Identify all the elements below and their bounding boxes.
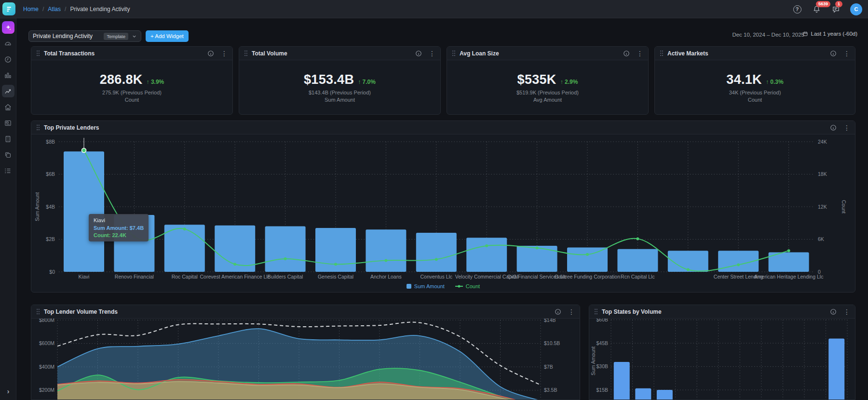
kebab-menu-icon[interactable]: ⋮ xyxy=(843,50,850,57)
sidebar-item-cards[interactable] xyxy=(2,117,14,129)
svg-text:Roc Capital: Roc Capital xyxy=(172,274,198,280)
svg-text:Anchor Loans: Anchor Loans xyxy=(370,274,402,280)
period-selector[interactable]: Last 1 years (-60d) xyxy=(802,31,857,37)
sidebar-item-bar-charts[interactable] xyxy=(2,69,14,81)
chart-legend: Sum Amount Count xyxy=(31,283,855,289)
lenders-chart[interactable]: $00$2B6K$4B12K$6B18K$8B24KKiaviRenovo Fi… xyxy=(31,134,855,281)
notifications-button[interactable]: 5639 xyxy=(812,4,821,14)
sidebar-item-ai-assistant[interactable] xyxy=(2,21,14,34)
gauge-icon xyxy=(4,40,12,48)
building-icon xyxy=(4,135,12,143)
notifications-badge: 5639 xyxy=(816,1,830,7)
drag-handle-icon[interactable] xyxy=(36,308,40,315)
kpi-card-active-markets: Active Markets ⋮ 34.1K ↑ 0.3% 34K (Previ… xyxy=(654,46,855,115)
svg-text:Rcn Capital Llc: Rcn Capital Llc xyxy=(621,274,655,280)
svg-text:18K: 18K xyxy=(818,171,827,177)
sidebar-item-trends-active[interactable] xyxy=(2,85,14,97)
breadcrumb-atlas[interactable]: Atlas xyxy=(48,6,61,13)
drag-handle-icon[interactable] xyxy=(36,124,40,131)
home-icon xyxy=(4,103,12,111)
svg-text:$2B: $2B xyxy=(46,236,55,242)
app-logo-icon[interactable] xyxy=(2,2,15,15)
kebab-menu-icon[interactable]: ⋮ xyxy=(429,50,435,57)
kpi-delta: ↑ 2.9% xyxy=(560,79,578,85)
kebab-menu-icon[interactable]: ⋮ xyxy=(843,124,850,131)
kpi-delta: ↑ 0.3% xyxy=(766,79,784,85)
svg-text:12K: 12K xyxy=(818,204,827,210)
drag-handle-icon[interactable] xyxy=(660,50,664,56)
kpi-previous: 275.9K (Previous Period) xyxy=(102,90,162,95)
svg-text:$10.5B: $10.5B xyxy=(544,340,560,346)
kebab-menu-icon[interactable]: ⋮ xyxy=(843,308,850,315)
info-icon[interactable] xyxy=(830,308,837,315)
svg-text:$30B: $30B xyxy=(596,363,608,369)
legend-count[interactable]: Count xyxy=(455,283,480,289)
svg-text:Kiavi: Kiavi xyxy=(79,274,90,280)
info-icon[interactable] xyxy=(415,50,422,57)
kpi-value: $535K xyxy=(517,72,556,87)
legend-square-icon xyxy=(407,284,411,289)
sidebar-item-home[interactable] xyxy=(2,101,14,113)
dashboard-selector[interactable]: Private Lending Activity Template xyxy=(28,30,141,42)
kpi-title: Total Transactions xyxy=(44,50,203,57)
panel-top-states-by-volume: Top States by Volume ⋮ $60B$45B$30B$15BS… xyxy=(589,305,855,400)
period-label: Last 1 years (-60d) xyxy=(811,31,857,37)
breadcrumb: Home / Atlas / Private Lending Activity xyxy=(23,0,130,18)
kpi-value: 34.1K xyxy=(726,72,762,87)
add-widget-button[interactable]: + Add Widget xyxy=(146,30,189,42)
calendar-icon xyxy=(802,31,808,37)
breadcrumb-home[interactable]: Home xyxy=(23,6,39,13)
info-icon[interactable] xyxy=(830,124,837,131)
svg-text:Oaktree Funding Corporation: Oaktree Funding Corporation xyxy=(555,274,620,280)
sidebar-item-history[interactable] xyxy=(2,53,14,66)
sidebar-item-collections[interactable] xyxy=(2,148,14,161)
states-chart[interactable]: $60B$45B$30B$15BSum Amount xyxy=(589,319,855,400)
svg-text:$60B: $60B xyxy=(596,319,608,322)
chart-tooltip: Kiavi Sum Amount: $7.4B Count: 22.4K xyxy=(89,214,149,241)
sidebar-item-lists[interactable] xyxy=(2,164,14,177)
kpi-card-total-volume: Total Volume ⋮ $153.4B ↑ 7.0% $143.4B (P… xyxy=(239,46,441,115)
panel-title: Top Lender Volume Trends xyxy=(44,308,551,315)
info-icon[interactable] xyxy=(555,308,561,315)
kebab-menu-icon[interactable]: ⋮ xyxy=(637,50,643,57)
svg-text:$45B: $45B xyxy=(596,340,608,346)
kpi-value: $153.4B xyxy=(304,72,354,87)
svg-text:Conventus Llc: Conventus Llc xyxy=(420,274,453,280)
tooltip-count: Count: 22.4K xyxy=(94,232,144,238)
help-button[interactable]: ? xyxy=(792,4,802,14)
info-icon[interactable] xyxy=(623,50,630,57)
kebab-menu-icon[interactable]: ⋮ xyxy=(221,50,228,57)
kpi-previous: $519.9K (Previous Period) xyxy=(516,90,579,95)
kebab-menu-icon[interactable]: ⋮ xyxy=(568,308,575,315)
svg-text:$800M: $800M xyxy=(39,319,54,323)
drag-handle-icon[interactable] xyxy=(36,50,40,56)
drag-handle-icon[interactable] xyxy=(452,50,456,56)
help-icon: ? xyxy=(793,5,801,13)
kpi-title: Avg Loan Size xyxy=(460,50,619,57)
drag-handle-icon[interactable] xyxy=(594,308,598,315)
card-icon xyxy=(4,119,12,127)
svg-text:$600M: $600M xyxy=(39,340,54,346)
announcements-button[interactable]: 1 xyxy=(831,4,841,14)
kpi-title: Total Volume xyxy=(252,50,411,57)
sidebar-item-buildings[interactable] xyxy=(2,133,14,145)
svg-text:$6B: $6B xyxy=(46,171,55,177)
info-icon[interactable] xyxy=(207,50,214,57)
legend-sum-amount[interactable]: Sum Amount xyxy=(407,283,445,289)
user-avatar[interactable]: C xyxy=(850,3,862,15)
trends-chart[interactable]: $800M$14B$600M$10.5B$400M$7B$200M$3.5B xyxy=(31,319,580,400)
info-icon[interactable] xyxy=(830,50,837,57)
tooltip-sum-amount: Sum Amount: $7.4B xyxy=(94,225,144,231)
line-chart-icon xyxy=(4,87,12,95)
kpi-delta: ↑ 3.9% xyxy=(147,79,164,85)
announcements-badge: 1 xyxy=(835,1,842,7)
kpi-card-avg-loan-size: Avg Loan Size ⋮ $535K ↑ 2.9% $519.9K (Pr… xyxy=(447,46,649,115)
drag-handle-icon[interactable] xyxy=(244,50,248,56)
panel-title: Top Private Lenders xyxy=(44,124,826,131)
sidebar-expand-button[interactable]: › xyxy=(0,385,16,397)
svg-text:$4B: $4B xyxy=(46,204,55,210)
svg-text:Corevest American Finance Llc: Corevest American Finance Llc xyxy=(200,274,270,280)
breadcrumb-separator: / xyxy=(42,6,44,13)
sidebar-item-dashboard[interactable] xyxy=(2,37,14,50)
bar-chart-icon xyxy=(4,71,12,80)
